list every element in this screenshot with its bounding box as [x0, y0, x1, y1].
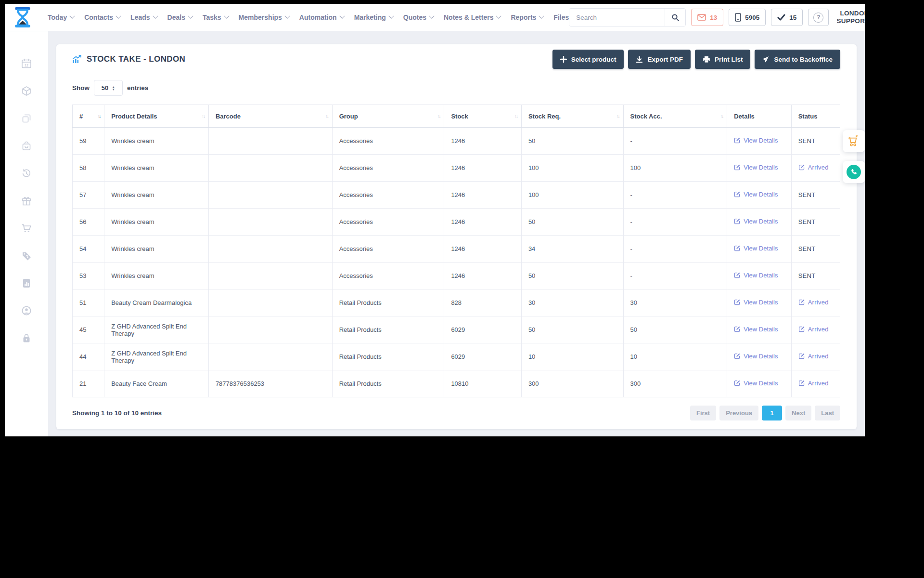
- chevron-down-icon: [153, 13, 158, 19]
- pagination-last[interactable]: Last: [815, 406, 840, 420]
- cell-group: Accessories: [332, 155, 444, 182]
- lock-icon[interactable]: [21, 332, 32, 344]
- cell-stock: 6029: [444, 316, 522, 343]
- column-header-stock-req[interactable]: Stock Req. ↑↓: [521, 105, 623, 128]
- tasks-badge[interactable]: 15: [771, 9, 803, 26]
- pagination-next[interactable]: Next: [785, 406, 811, 420]
- print-list-button[interactable]: Print List: [695, 50, 751, 69]
- history-icon[interactable]: [21, 168, 32, 179]
- nav-item-quotes[interactable]: Quotes: [403, 13, 434, 21]
- column-header-barcode[interactable]: Barcode ↑↓: [208, 105, 332, 128]
- send-to-backoffice-button[interactable]: Send to Backoffice: [755, 50, 840, 69]
- check-icon: [777, 14, 785, 21]
- nav-item-today[interactable]: Today: [48, 13, 74, 21]
- entries-summary: Showing 1 to 10 of 10 entries: [72, 409, 162, 417]
- cell-stock-acc: -: [623, 182, 727, 209]
- chevron-down-icon: [284, 13, 290, 19]
- cell-product-details: Beauty Face Cream: [104, 370, 209, 397]
- pagination-first[interactable]: First: [690, 406, 716, 420]
- cell-barcode: [208, 128, 332, 155]
- report-icon[interactable]: [21, 277, 32, 289]
- status-badge[interactable]: Arrived: [798, 299, 829, 306]
- phone-icon: [847, 165, 861, 179]
- cell-product-details: Wrinkles cream: [104, 236, 209, 263]
- nav-item-memberships[interactable]: Memberships: [239, 13, 289, 21]
- cell-barcode: [208, 316, 332, 343]
- orders-bag-icon[interactable]: [21, 140, 32, 152]
- cell-barcode: [208, 209, 332, 236]
- search-button[interactable]: [665, 9, 685, 26]
- copy-icon[interactable]: [21, 113, 32, 124]
- stock-table-body: 59 Wrinkles cream Accessories 1246 50 - …: [73, 128, 840, 397]
- cell-status: Arrived: [791, 316, 840, 343]
- show-label: Show: [72, 84, 90, 92]
- nav-item-tasks[interactable]: Tasks: [203, 13, 229, 21]
- view-details-link[interactable]: View Details: [734, 137, 778, 144]
- gift-icon[interactable]: [21, 195, 32, 207]
- sort-icon: ↑↓: [202, 114, 205, 119]
- package-icon[interactable]: [21, 85, 32, 97]
- view-details-link[interactable]: View Details: [734, 218, 778, 225]
- edit-icon: [734, 137, 741, 144]
- pagination-1[interactable]: 1: [762, 406, 782, 420]
- search-input[interactable]: [569, 9, 665, 26]
- cell-num: 56: [73, 209, 104, 236]
- column-header-stock-acc[interactable]: Stock Acc. ↑↓: [623, 105, 727, 128]
- cell-stock: 6029: [444, 343, 522, 370]
- cell-group: Accessories: [332, 209, 444, 236]
- status-badge: SENT: [798, 272, 816, 279]
- cell-barcode: [208, 182, 332, 209]
- cart-widget[interactable]: [843, 130, 865, 152]
- pagination-previous[interactable]: Previous: [719, 406, 758, 420]
- cell-barcode: [208, 343, 332, 370]
- nav-item-deals[interactable]: Deals: [167, 13, 192, 21]
- cell-stock-req: 30: [521, 289, 623, 316]
- cell-stock-acc: -: [623, 236, 727, 263]
- nav-item-files[interactable]: Files: [553, 13, 569, 21]
- column-header-stock[interactable]: Stock ↑↓: [444, 105, 522, 128]
- status-badge[interactable]: Arrived: [798, 326, 829, 333]
- status-badge[interactable]: Arrived: [798, 164, 829, 171]
- cell-group: Accessories: [332, 182, 444, 209]
- call-widget[interactable]: [843, 161, 865, 183]
- topbar-right: 13 5905 15 ? LONDON SUPPORT: [569, 8, 865, 26]
- help-button[interactable]: ?: [808, 9, 829, 26]
- select-product-button[interactable]: Select product: [552, 50, 624, 69]
- column-header-product[interactable]: Product Details ↑↓: [104, 105, 209, 128]
- nav-item-reports[interactable]: Reports: [511, 13, 543, 21]
- column-header-group[interactable]: Group ↑↓: [332, 105, 444, 128]
- table-row: 59 Wrinkles cream Accessories 1246 50 - …: [73, 128, 840, 155]
- price-tags-icon[interactable]: [21, 250, 32, 262]
- status-badge: SENT: [798, 245, 816, 252]
- view-details-link[interactable]: View Details: [734, 272, 778, 279]
- status-badge[interactable]: Arrived: [798, 380, 829, 387]
- view-details-link[interactable]: View Details: [734, 245, 778, 252]
- company-logo-hourglass-icon[interactable]: [12, 6, 33, 28]
- view-details-link[interactable]: View Details: [734, 353, 778, 360]
- cart-icon[interactable]: [21, 223, 32, 234]
- main-content: STOCK TAKE - LONDON Select product: [48, 31, 865, 436]
- page-size-select[interactable]: 50 ▲▼: [94, 80, 123, 96]
- view-details-link[interactable]: View Details: [734, 299, 778, 306]
- status-badge[interactable]: Arrived: [798, 353, 829, 360]
- cell-stock: 1246: [444, 182, 522, 209]
- messages-badge[interactable]: 13: [691, 9, 723, 26]
- view-details-link[interactable]: View Details: [734, 326, 778, 333]
- view-details-link[interactable]: View Details: [734, 191, 778, 198]
- view-details-link[interactable]: View Details: [734, 164, 778, 171]
- cell-details: View Details: [727, 370, 791, 397]
- calendar-icon[interactable]: 12: [21, 58, 32, 69]
- column-header-num[interactable]: # ↑↓: [73, 105, 104, 128]
- export-pdf-button[interactable]: Export PDF: [628, 50, 691, 69]
- account-icon[interactable]: [21, 305, 32, 316]
- cell-stock-acc: 30: [623, 289, 727, 316]
- cart-orange-icon: [847, 135, 860, 147]
- nav-item-notes-letters[interactable]: Notes & Letters: [444, 13, 500, 21]
- device-badge[interactable]: 5905: [729, 9, 766, 26]
- view-details-link[interactable]: View Details: [734, 380, 778, 387]
- nav-item-marketing[interactable]: Marketing: [354, 13, 393, 21]
- nav-item-leads[interactable]: Leads: [130, 13, 157, 21]
- nav-item-automation[interactable]: Automation: [299, 13, 344, 21]
- cell-stock: 1246: [444, 128, 522, 155]
- nav-item-contacts[interactable]: Contacts: [84, 13, 120, 21]
